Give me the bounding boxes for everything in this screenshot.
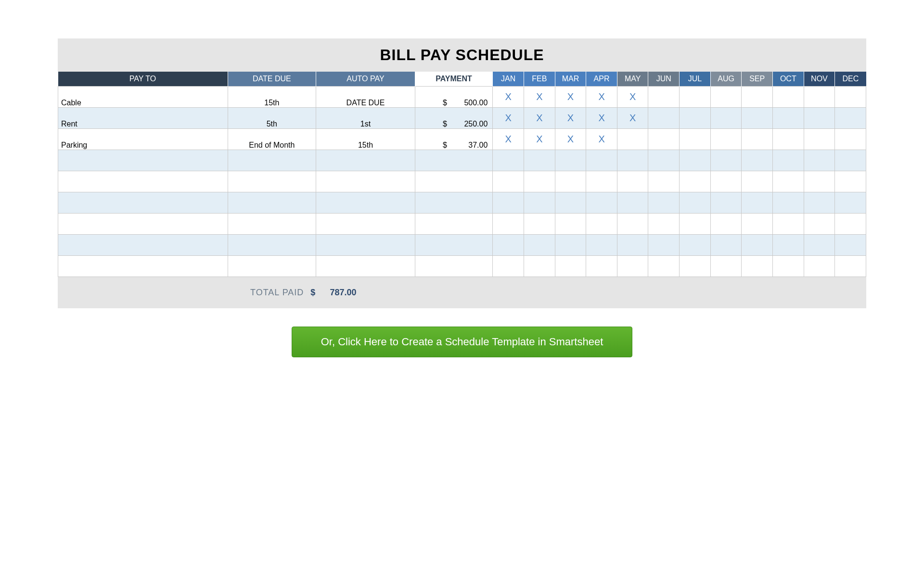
cell-month-oct[interactable] [772,256,804,277]
cell-month-sep[interactable] [742,192,773,214]
cell-month-oct[interactable] [772,214,804,235]
cell-month-nov[interactable] [804,171,835,192]
cell-payto[interactable] [58,150,228,171]
cell-month-jan[interactable] [493,171,524,192]
cell-month-jul[interactable] [680,129,711,150]
cell-month-jul[interactable] [680,214,711,235]
cell-month-nov[interactable] [804,256,835,277]
cell-payment[interactable]: $ 37.00 [415,129,493,150]
cell-month-may[interactable] [617,214,648,235]
cell-month-jun[interactable] [648,235,680,256]
cell-month-oct[interactable] [772,108,804,129]
cell-month-mar[interactable] [555,235,586,256]
cell-month-aug[interactable] [710,214,742,235]
cell-month-nov[interactable] [804,235,835,256]
create-smartsheet-button[interactable]: Or, Click Here to Create a Schedule Temp… [292,327,633,357]
cell-month-feb[interactable] [524,192,555,214]
cell-month-jun[interactable] [648,87,680,108]
cell-datedue[interactable] [228,214,316,235]
cell-month-dec[interactable] [835,256,866,277]
cell-month-oct[interactable] [772,171,804,192]
cell-payment[interactable] [415,192,493,214]
cell-month-dec[interactable] [835,150,866,171]
cell-month-oct[interactable] [772,129,804,150]
cell-payto[interactable]: Cable [58,87,228,108]
cell-month-apr[interactable]: X [586,108,617,129]
cell-month-apr[interactable]: X [586,87,617,108]
cell-datedue[interactable]: 15th [228,87,316,108]
cell-payto[interactable]: Rent [58,108,228,129]
cell-month-sep[interactable] [742,150,773,171]
cell-month-jan[interactable]: X [493,108,524,129]
cell-month-feb[interactable] [524,235,555,256]
cell-month-feb[interactable] [524,214,555,235]
cell-month-jul[interactable] [680,192,711,214]
cell-payment[interactable]: $ 500.00 [415,87,493,108]
cell-autopay[interactable] [316,256,415,277]
cell-month-nov[interactable] [804,129,835,150]
cell-month-jun[interactable] [648,108,680,129]
cell-month-jun[interactable] [648,129,680,150]
cell-month-mar[interactable] [555,214,586,235]
cell-month-oct[interactable] [772,235,804,256]
cell-month-feb[interactable]: X [524,108,555,129]
cell-month-apr[interactable] [586,256,617,277]
cell-month-may[interactable]: X [617,108,648,129]
cell-datedue[interactable]: 5th [228,108,316,129]
cell-month-sep[interactable] [742,87,773,108]
cell-month-jun[interactable] [648,214,680,235]
cell-autopay[interactable]: 1st [316,108,415,129]
cell-month-mar[interactable] [555,256,586,277]
cell-month-nov[interactable] [804,108,835,129]
cell-month-oct[interactable] [772,192,804,214]
cell-payto[interactable] [58,235,228,256]
cell-payment[interactable] [415,214,493,235]
cell-payto[interactable] [58,192,228,214]
cell-month-jul[interactable] [680,256,711,277]
cell-month-apr[interactable] [586,171,617,192]
cell-month-nov[interactable] [804,192,835,214]
cell-month-mar[interactable]: X [555,87,586,108]
cell-month-apr[interactable] [586,235,617,256]
cell-month-dec[interactable] [835,171,866,192]
cell-month-dec[interactable] [835,108,866,129]
cell-payto[interactable] [58,171,228,192]
cell-month-jan[interactable] [493,150,524,171]
cell-datedue[interactable] [228,256,316,277]
cell-month-apr[interactable] [586,214,617,235]
cell-month-oct[interactable] [772,87,804,108]
cell-month-jul[interactable] [680,108,711,129]
cell-month-sep[interactable] [742,171,773,192]
cell-month-apr[interactable] [586,192,617,214]
cell-datedue[interactable] [228,235,316,256]
cell-autopay[interactable]: 15th [316,129,415,150]
cell-autopay[interactable] [316,150,415,171]
cell-payment[interactable] [415,256,493,277]
cell-month-may[interactable] [617,150,648,171]
cell-month-dec[interactable] [835,129,866,150]
cell-month-dec[interactable] [835,235,866,256]
cell-month-dec[interactable] [835,214,866,235]
cell-payment[interactable] [415,235,493,256]
cell-month-apr[interactable]: X [586,129,617,150]
cell-payto[interactable]: Parking [58,129,228,150]
cell-month-jul[interactable] [680,87,711,108]
cell-payment[interactable] [415,171,493,192]
cell-month-feb[interactable] [524,150,555,171]
cell-month-jun[interactable] [648,256,680,277]
cell-month-may[interactable] [617,171,648,192]
cell-month-jun[interactable] [648,171,680,192]
cell-autopay[interactable] [316,214,415,235]
cell-autopay[interactable] [316,235,415,256]
cell-month-mar[interactable] [555,171,586,192]
cell-month-aug[interactable] [710,192,742,214]
cell-month-jul[interactable] [680,235,711,256]
cell-month-aug[interactable] [710,108,742,129]
cell-month-sep[interactable] [742,129,773,150]
cell-month-jul[interactable] [680,171,711,192]
cell-month-aug[interactable] [710,150,742,171]
cell-month-nov[interactable] [804,150,835,171]
cell-datedue[interactable]: End of Month [228,129,316,150]
cell-month-may[interactable] [617,256,648,277]
cell-payto[interactable] [58,214,228,235]
